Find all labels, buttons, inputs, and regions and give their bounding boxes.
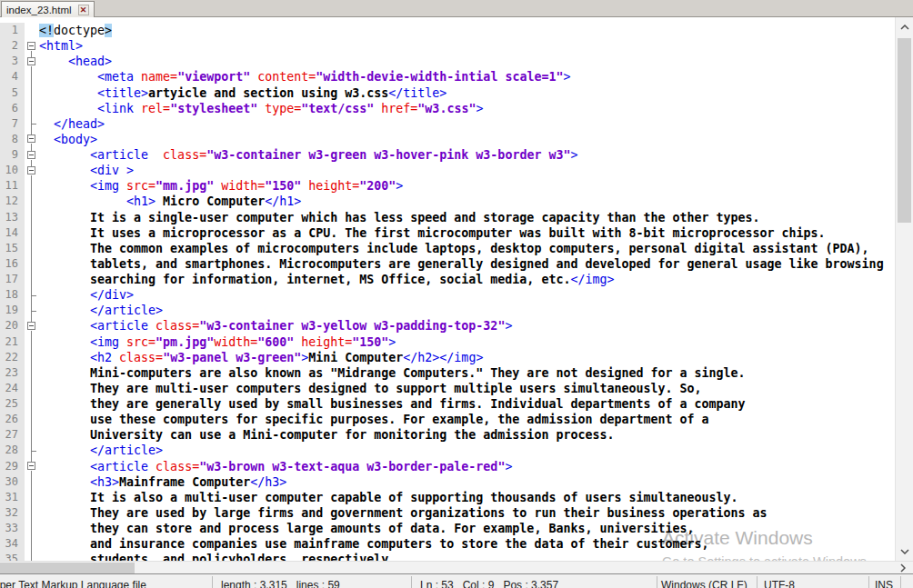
code-line[interactable]: 29 <article class="w3-brown w3-text-aqua… (0, 459, 895, 474)
code-line[interactable]: 5 <title>artyicle and section using w3.c… (0, 85, 895, 101)
code-line[interactable]: 2<html> (0, 38, 895, 54)
code-text[interactable]: <link rel="stylesheet" type="text/css" h… (39, 101, 895, 116)
code-line[interactable]: 30 <h3>Mainframe Computer</h3> (0, 474, 895, 490)
code-text[interactable]: <html> (39, 38, 895, 54)
code-text[interactable]: They are used by large firms and governm… (39, 505, 895, 521)
code-text[interactable]: <h3>Mainframe Computer</h3> (39, 474, 895, 490)
tab-title: index_23.html (6, 5, 72, 15)
code-editor[interactable]: Activate Windows Go to Settings to activ… (0, 17, 895, 561)
code-text[interactable]: <!doctype> (39, 23, 895, 38)
code-text[interactable]: They are multi-user computers designed t… (39, 381, 895, 396)
code-line[interactable]: 24 They are multi-user computers designe… (0, 381, 895, 396)
vertical-scrollbar-thumb[interactable] (898, 38, 911, 223)
code-text[interactable]: students, and policyholders, respectivel… (39, 552, 895, 561)
code-line[interactable]: 15 The common examples of microcomputers… (0, 241, 895, 256)
line-number: 23 (0, 365, 25, 381)
code-text[interactable]: <article class="w3-container w3-green w3… (39, 147, 895, 163)
code-text[interactable]: tablets, and smartphones. Microcomputers… (39, 256, 895, 272)
code-line[interactable]: 21 <img src="pm.jpg"width="600" height="… (0, 334, 895, 350)
code-text[interactable]: they can store and process large amounts… (39, 521, 895, 536)
code-text[interactable]: <img src="pm.jpg"width="600" height="150… (39, 334, 895, 350)
status-divider (757, 576, 757, 588)
code-text[interactable]: </article> (39, 443, 895, 458)
code-text[interactable]: University can use a Mini-computer for m… (39, 427, 895, 443)
code-line[interactable]: 7 </head> (0, 116, 895, 132)
code-line[interactable]: 25 they are generally used by small busi… (0, 396, 895, 412)
fold-marker-icon (25, 536, 39, 552)
scroll-up-arrow-icon[interactable] (896, 19, 913, 35)
code-line[interactable]: 4 <meta name="viewport" content="width-d… (0, 69, 895, 85)
code-line[interactable]: 3 <head> (0, 54, 895, 69)
code-line[interactable]: 26 use these computers for specific purp… (0, 412, 895, 427)
code-lines[interactable]: 1<!doctype>2<html>3 <head>4 <meta name="… (0, 17, 895, 561)
code-line[interactable]: 9 <article class="w3-container w3-green … (0, 147, 895, 163)
code-line[interactable]: 23 Mini-computers are also known as "Mid… (0, 365, 895, 381)
code-text[interactable]: and insurance companies use mainframe co… (39, 536, 895, 552)
code-line[interactable]: 11 <img src="mm.jpg" width="150" height=… (0, 178, 895, 194)
fold-marker-icon[interactable] (25, 132, 39, 147)
code-text[interactable]: <title>artyicle and section using w3.css… (39, 85, 895, 101)
code-line[interactable]: 12 <h1> Micro Computer</h1> (0, 194, 895, 209)
code-line[interactable]: 18 </div> (0, 287, 895, 303)
code-line[interactable]: 35 students, and policyholders, respecti… (0, 552, 895, 561)
code-text[interactable]: </head> (39, 116, 895, 132)
fold-marker-icon[interactable] (25, 147, 39, 163)
fold-marker-icon[interactable] (25, 318, 39, 334)
scroll-down-arrow-icon[interactable] (896, 543, 913, 559)
code-line[interactable]: 1<!doctype> (0, 23, 895, 38)
code-line[interactable]: 32 They are used by large firms and gove… (0, 505, 895, 521)
code-line[interactable]: 6 <link rel="stylesheet" type="text/css"… (0, 101, 895, 116)
code-text[interactable]: </div> (39, 287, 895, 303)
code-text[interactable]: <article class="w3-brown w3-text-aqua w3… (39, 459, 895, 474)
code-text[interactable]: <div > (39, 163, 895, 178)
horizontal-scrollbar[interactable] (0, 561, 913, 573)
code-line[interactable]: 31 It is also a multi-user computer capa… (0, 490, 895, 505)
code-text[interactable]: <h2 class="w3-panel w3-green">Mini Compu… (39, 350, 895, 365)
status-insert-mode: INS (875, 579, 893, 588)
code-text[interactable]: searching for information, internet, MS … (39, 272, 895, 287)
horizontal-scrollbar-thumb[interactable] (0, 563, 135, 573)
code-line[interactable]: 28 </article> (0, 443, 895, 458)
code-line[interactable]: 19 </article> (0, 303, 895, 318)
fold-marker-icon[interactable] (25, 38, 39, 54)
code-line[interactable]: 10 <div > (0, 163, 895, 178)
fold-marker-icon[interactable] (25, 163, 39, 178)
code-line[interactable]: 14 It uses a microprocessor as a CPU. Th… (0, 225, 895, 241)
code-line[interactable]: 13 It is a single-user computer which ha… (0, 210, 895, 225)
code-line[interactable]: 33 they can store and process large amou… (0, 521, 895, 536)
vertical-scrollbar[interactable] (895, 17, 913, 561)
code-text[interactable]: <meta name="viewport" content="width-dev… (39, 69, 895, 85)
fold-marker-icon (25, 474, 39, 490)
code-line[interactable]: 22 <h2 class="w3-panel w3-green">Mini Co… (0, 350, 895, 365)
scroll-right-arrow-icon[interactable] (896, 562, 910, 573)
code-text[interactable]: <img src="mm.jpg" width="150" height="20… (39, 178, 895, 194)
tab-index-23-html[interactable]: index_23.html ✕ (1, 1, 95, 17)
line-number: 24 (0, 381, 25, 396)
code-text[interactable]: <article class="w3-container w3-yellow w… (39, 318, 895, 334)
code-text[interactable]: It is also a multi-user computer capable… (39, 490, 895, 505)
status-length-lines: length : 3,315 lines : 59 (221, 579, 340, 588)
code-text[interactable]: It is a single-user computer which has l… (39, 210, 895, 225)
line-number: 32 (0, 505, 25, 521)
fold-marker-icon[interactable] (25, 54, 39, 69)
line-number: 27 (0, 427, 25, 443)
code-line[interactable]: 17 searching for information, internet, … (0, 272, 895, 287)
tab-close-icon[interactable]: ✕ (78, 5, 89, 15)
fold-marker-icon[interactable] (25, 459, 39, 474)
code-text[interactable]: Mini-computers are also known as "Midran… (39, 365, 895, 381)
line-number: 15 (0, 241, 25, 256)
code-text[interactable]: <body> (39, 132, 895, 147)
code-line[interactable]: 8 <body> (0, 132, 895, 147)
code-line[interactable]: 16 tablets, and smartphones. Microcomput… (0, 256, 895, 272)
code-text[interactable]: they are generally used by small busines… (39, 396, 895, 412)
code-text[interactable]: It uses a microprocessor as a CPU. The f… (39, 225, 895, 241)
code-text[interactable]: use these computers for specific purpose… (39, 412, 895, 427)
code-line[interactable]: 34 and insurance companies use mainframe… (0, 536, 895, 552)
code-text[interactable]: The common examples of microcomputers in… (39, 241, 895, 256)
code-text[interactable]: </article> (39, 303, 895, 318)
code-text[interactable]: <h1> Micro Computer</h1> (39, 194, 895, 209)
code-text[interactable]: <head> (39, 54, 895, 69)
code-line[interactable]: 27 University can use a Mini-computer fo… (0, 427, 895, 443)
code-line[interactable]: 20 <article class="w3-container w3-yello… (0, 318, 895, 334)
line-number: 28 (0, 443, 25, 458)
